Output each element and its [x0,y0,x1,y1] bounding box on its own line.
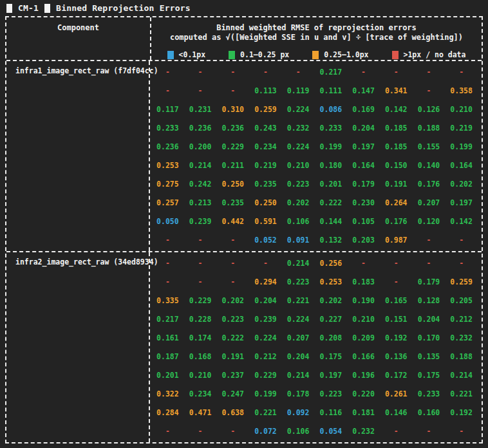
rmse-cell: 0.232 [282,119,315,138]
rmse-grid: ----0.2140.256-------0.2940.2230.2530.18… [150,252,482,442]
block-icon [44,4,50,13]
rmse-cell-nodata: - [249,254,282,273]
rmse-cell: 0.224 [282,138,315,156]
rmse-cell: 0.203 [347,231,380,250]
rmse-cell: 0.229 [216,138,249,156]
rmse-cell: 0.261 [380,385,413,404]
rmse-cell-nodata: - [249,63,282,82]
rmse-cell: 0.259 [249,100,282,119]
rmse-cell: 0.250 [249,194,282,212]
rmse-cell: 0.223 [282,273,315,292]
rmse-cell-nodata: - [151,63,184,82]
page-title: Binned Reprojection Errors [56,3,191,13]
rmse-cell: 0.204 [347,119,380,138]
rmse-cell: 0.257 [151,194,184,212]
rmse-cell: 0.235 [249,175,282,194]
rmse-cell-nodata: - [347,254,380,273]
rmse-header-line1: Binned weighted RMSE of reprojection err… [151,23,482,33]
rmse-cell: 0.183 [347,273,380,292]
rmse-cell: 0.227 [315,310,348,329]
rmse-cell: 0.231 [184,100,217,119]
rmse-cell-nodata: - [184,273,217,292]
report-table: Component Binned weighted RMSE of reproj… [5,16,483,443]
rmse-cell: 0.253 [151,156,184,175]
rmse-cell: 0.185 [380,119,413,138]
rmse-cell-nodata: - [445,422,478,441]
rmse-cell: 0.205 [445,292,478,310]
rmse-cell: 0.212 [445,310,478,329]
rmse-cell: 0.197 [315,366,348,385]
rmse-cell-nodata: - [445,63,478,82]
rmse-cell-nodata: - [347,63,380,82]
rmse-cell-nodata: - [413,254,446,273]
rmse-cell: 0.132 [315,231,348,250]
rmse-cell-nodata: - [380,63,413,82]
rmse-cell-nodata: - [184,63,217,82]
rmse-cell: 0.052 [249,231,282,250]
rmse-cell-nodata: - [413,63,446,82]
rmse-cell: 0.161 [151,329,184,348]
rmse-cell: 0.169 [347,100,380,119]
app-label: CM-1 [18,3,39,13]
rmse-cell-nodata: - [151,422,184,441]
legend-item: 0.1–0.25 px [229,50,289,60]
rmse-cell-nodata: - [184,254,217,273]
rmse-cell: 0.358 [445,82,478,100]
rmse-cell: 0.196 [347,366,380,385]
rmse-cell: 0.208 [315,329,348,348]
rmse-cell: 0.150 [380,156,413,175]
rmse-cell: 0.147 [347,82,380,100]
rmse-cell: 0.207 [282,329,315,348]
rmse-cell: 0.236 [151,138,184,156]
rmse-cell: 0.242 [184,175,217,194]
rmse-cell: 0.204 [282,348,315,366]
rmse-cell: 0.204 [413,310,446,329]
rmse-cell: 0.294 [249,273,282,292]
rmse-cell: 0.204 [249,292,282,310]
legend-label: <0.1px [179,50,206,60]
rmse-cell-nodata: - [216,273,249,292]
rmse-cell: 0.172 [380,366,413,385]
rmse-cell: 0.142 [445,212,478,231]
rmse-cell: 0.219 [249,156,282,175]
rmse-cell: 0.471 [184,404,217,422]
rmse-cell: 0.091 [282,231,315,250]
rmse-cell: 0.224 [282,100,315,119]
rmse-cell: 0.264 [380,194,413,212]
rmse-cell-nodata: - [282,63,315,82]
rmse-cell: 0.223 [315,385,348,404]
rmse-cell: 0.176 [413,175,446,194]
rmse-cell-nodata: - [151,231,184,250]
legend-label: 0.1–0.25 px [240,50,289,60]
rmse-cell: 0.341 [380,82,413,100]
rmse-cell: 0.188 [445,348,478,366]
rmse-cell: 0.086 [315,100,348,119]
rmse-cell: 0.168 [184,348,217,366]
rmse-cell: 0.174 [184,329,217,348]
rmse-cell: 0.116 [315,404,348,422]
legend-swatch-icon [312,51,319,59]
rmse-cell-nodata: - [184,422,217,441]
rmse-cell: 0.199 [249,385,282,404]
rmse-cell: 0.117 [151,100,184,119]
rmse-cell: 0.284 [151,404,184,422]
rmse-cell: 0.210 [184,366,217,385]
rmse-grid: -----0.217-------0.1130.1190.1110.1470.3… [150,61,482,251]
legend-item: >1px / no data [392,50,466,60]
legend: <0.1px0.1–0.25 px0.25–1.0px>1px / no dat… [151,50,482,60]
rmse-cell: 0.179 [347,175,380,194]
rmse-cell: 0.214 [282,366,315,385]
rmse-cell: 0.144 [315,212,348,231]
rmse-cell: 0.197 [445,194,478,212]
rmse-cell: 0.230 [347,194,380,212]
rmse-cell: 0.179 [413,273,446,292]
rmse-cell-nodata: - [151,273,184,292]
rmse-cell: 0.105 [347,212,380,231]
rmse-cell-nodata: - [216,254,249,273]
rmse-cell: 0.233 [413,385,446,404]
rmse-cell: 0.214 [282,254,315,273]
rmse-cell: 0.223 [282,175,315,194]
rmse-cell-nodata: - [216,231,249,250]
rmse-cell-nodata: - [413,231,446,250]
rmse-cell: 0.234 [184,385,217,404]
